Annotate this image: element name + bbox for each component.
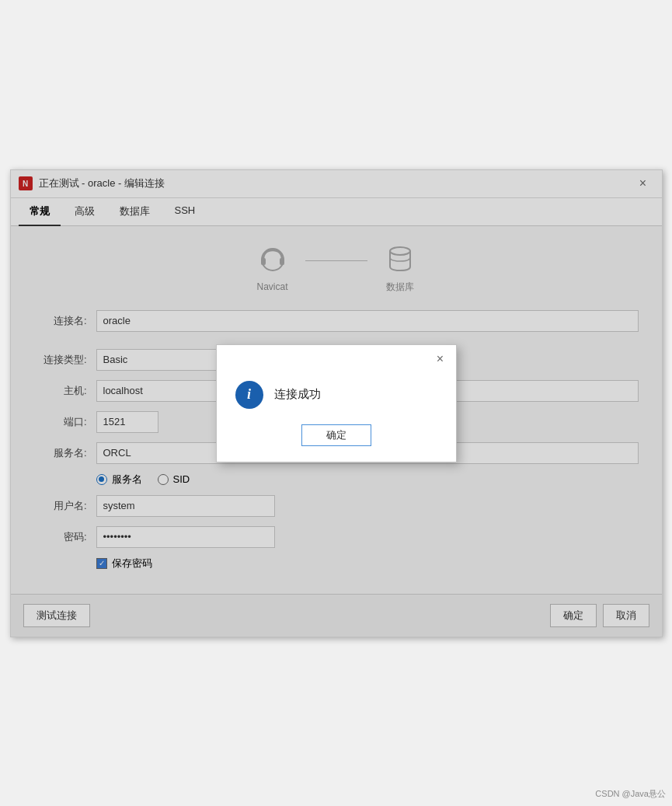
info-icon: i — [235, 381, 263, 409]
modal-ok-button[interactable]: 确定 — [301, 424, 371, 446]
modal-body: i 连接成功 — [217, 373, 456, 424]
modal-footer: 确定 — [217, 424, 456, 462]
watermark: CSDN @Java悬公 — [595, 788, 666, 800]
modal-title-bar: × — [217, 345, 456, 373]
modal-overlay: × i 连接成功 确定 — [11, 170, 662, 637]
modal-message: 连接成功 — [274, 387, 321, 402]
main-window: N 正在测试 - oracle - 编辑连接 × 常规 高级 数据库 SSH N… — [10, 169, 663, 637]
modal-close-button[interactable]: × — [431, 350, 450, 368]
success-modal: × i 连接成功 确定 — [216, 344, 457, 462]
